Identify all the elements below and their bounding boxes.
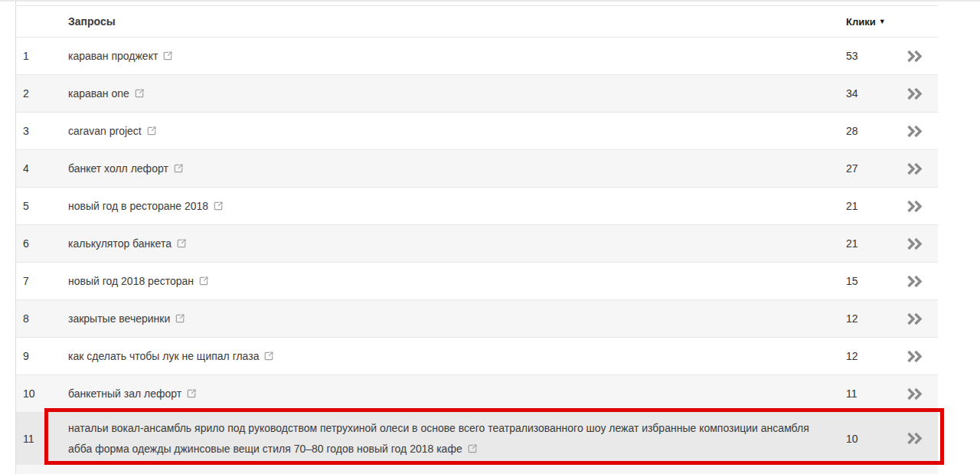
expand-chevron-icon[interactable]: [906, 350, 923, 363]
clicks-value: 53: [831, 50, 890, 62]
table-header-row: Запросы Клики ▼: [16, 6, 938, 37]
table-row: 6 калькулятор банкета 21: [16, 224, 938, 262]
table-row: 8 закрытые вечеринки 12: [16, 299, 938, 337]
clicks-value: 28: [831, 125, 890, 137]
actions-cell: [890, 275, 938, 288]
query-link[interactable]: как сделать чтобы лук не щипал глаза: [68, 350, 259, 362]
top-divider: [0, 0, 980, 2]
clicks-value: 21: [831, 200, 890, 212]
query-cell: новый год в ресторане 2018: [68, 196, 831, 217]
query-cell: калькулятор банкета: [68, 234, 831, 254]
external-link-icon[interactable]: [163, 47, 172, 67]
actions-cell: [890, 200, 938, 213]
clicks-column-label[interactable]: Клики: [846, 16, 876, 28]
row-index: 7: [16, 275, 68, 287]
expand-chevron-icon[interactable]: [906, 432, 923, 445]
query-cell: закрытые вечеринки: [68, 309, 831, 329]
table-row: 4 банкет холл лефорт 27: [16, 149, 938, 187]
row-index: 1: [16, 50, 68, 62]
expand-chevron-icon[interactable]: [906, 162, 923, 175]
external-link-icon[interactable]: [175, 309, 185, 330]
table-row: 3 caravan project 28: [16, 112, 938, 149]
external-link-icon[interactable]: [177, 234, 186, 255]
query-cell: caravan project: [68, 121, 831, 142]
query-link[interactable]: караван one: [68, 87, 129, 100]
external-link-icon[interactable]: [264, 347, 273, 368]
query-link[interactable]: калькулятор банкета: [68, 237, 172, 250]
query-link[interactable]: банкет холл лефорт: [68, 162, 168, 175]
actions-cell: [890, 125, 938, 138]
row-index: 10: [16, 387, 68, 400]
query-cell: караван one: [68, 83, 831, 104]
clicks-value: 27: [831, 162, 890, 175]
query-link[interactable]: закрытые вечеринки: [68, 312, 170, 325]
external-link-icon[interactable]: [214, 197, 223, 217]
actions-cell: [890, 87, 938, 100]
external-link-icon[interactable]: [174, 159, 183, 180]
clicks-column-header[interactable]: Клики ▼: [831, 16, 890, 28]
query-link[interactable]: новый год в ресторане 2018: [68, 200, 208, 212]
table-row: 11 натальи вокал-ансамбль ярило под руко…: [16, 412, 938, 464]
actions-cell: [890, 432, 938, 445]
partial-next-row: [16, 464, 938, 474]
expand-chevron-icon[interactable]: [906, 87, 923, 100]
expand-chevron-icon[interactable]: [906, 275, 923, 288]
expand-chevron-icon[interactable]: [906, 50, 923, 63]
clicks-value: 10: [831, 433, 890, 445]
query-cell: как сделать чтобы лук не щипал глаза: [68, 346, 831, 367]
row-index: 5: [16, 200, 68, 212]
query-link[interactable]: caravan project: [68, 125, 142, 137]
actions-cell: [890, 312, 938, 325]
table-row: 5 новый год в ресторане 2018 21: [16, 187, 938, 224]
table-row: 10 банкетный зал лефорт 11: [16, 374, 938, 412]
row-index: 3: [16, 125, 68, 137]
query-cell: банкетный зал лефорт: [68, 384, 831, 404]
queries-column-header: Запросы: [68, 11, 831, 32]
actions-cell: [890, 237, 938, 250]
query-link[interactable]: натальи вокал-ансамбль ярило под руковод…: [68, 422, 809, 455]
row-index: 4: [16, 162, 68, 175]
search-queries-table: Запросы Клики ▼ 1 караван проджект 53 2 …: [16, 5, 938, 474]
clicks-value: 21: [831, 237, 890, 250]
query-link[interactable]: караван проджект: [68, 50, 158, 62]
expand-chevron-icon[interactable]: [906, 387, 923, 400]
query-link[interactable]: новый год 2018 ресторан: [68, 275, 194, 287]
actions-cell: [890, 350, 938, 363]
row-index: 6: [16, 237, 68, 250]
row-index: 9: [16, 350, 68, 362]
clicks-value: 34: [831, 87, 890, 100]
table-row: 2 караван one 34: [16, 74, 938, 112]
expand-chevron-icon[interactable]: [906, 200, 923, 213]
external-link-icon[interactable]: [468, 440, 477, 460]
row-index: 8: [16, 312, 68, 325]
table-row: 1 караван проджект 53: [16, 37, 938, 74]
external-link-icon[interactable]: [135, 84, 144, 105]
external-link-icon[interactable]: [199, 272, 208, 293]
clicks-value: 11: [831, 387, 890, 400]
actions-cell: [890, 162, 938, 175]
row-index: 11: [16, 433, 68, 445]
expand-chevron-icon[interactable]: [906, 125, 923, 138]
actions-cell: [890, 50, 938, 63]
expand-chevron-icon[interactable]: [906, 312, 923, 325]
queries-column-label: Запросы: [68, 15, 116, 28]
clicks-value: 12: [831, 350, 890, 362]
expand-chevron-icon[interactable]: [906, 237, 923, 250]
table-body: 1 караван проджект 53 2 караван one 34 3…: [16, 37, 938, 464]
clicks-value: 15: [831, 275, 890, 287]
clicks-value: 12: [831, 312, 890, 325]
query-cell: новый год 2018 ресторан: [68, 271, 831, 292]
query-cell: караван проджект: [68, 46, 831, 67]
sort-desc-icon[interactable]: ▼: [879, 18, 886, 25]
actions-cell: [890, 387, 938, 400]
table-row: 9 как сделать чтобы лук не щипал глаза 1…: [16, 337, 938, 374]
external-link-icon[interactable]: [187, 384, 196, 405]
query-link[interactable]: банкетный зал лефорт: [68, 387, 181, 400]
query-cell: натальи вокал-ансамбль ярило под руковод…: [68, 418, 831, 459]
external-link-icon[interactable]: [147, 122, 156, 142]
table-row: 7 новый год 2018 ресторан 15: [16, 262, 938, 299]
row-index: 2: [16, 87, 68, 100]
query-cell: банкет холл лефорт: [68, 159, 831, 179]
